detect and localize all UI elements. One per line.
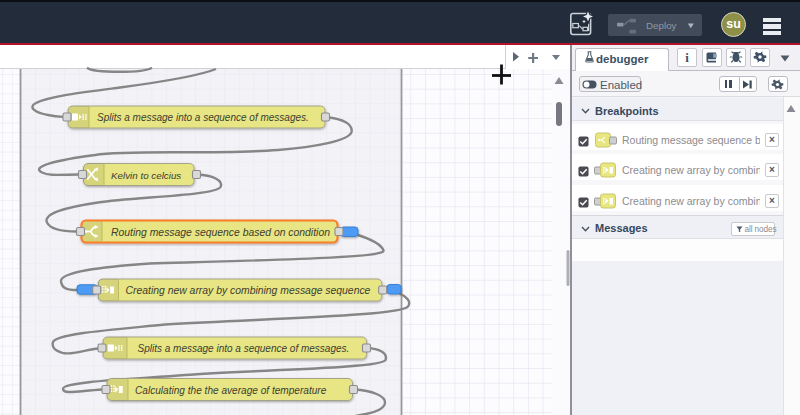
svg-text:Routing message sequence based: Routing message sequence based on condit… xyxy=(111,227,330,238)
svg-text:Calculating the the average of: Calculating the the average of temperatu… xyxy=(135,385,327,396)
svg-text:Splits a message into a sequen: Splits a message into a sequence of mess… xyxy=(138,343,350,354)
svg-text:Deploy: Deploy xyxy=(646,19,677,30)
svg-text:Kelvin to celcius: Kelvin to celcius xyxy=(111,170,181,181)
svg-text:Splits a message into a sequen: Splits a message into a sequence of mess… xyxy=(97,112,309,123)
svg-text:Creating new array by combinin: Creating new array by combining message … xyxy=(126,285,371,296)
